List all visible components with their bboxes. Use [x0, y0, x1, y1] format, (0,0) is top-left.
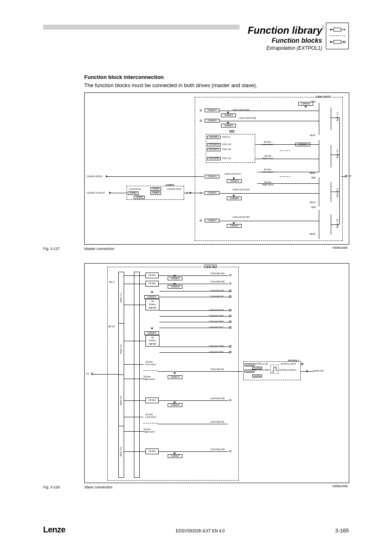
wire	[107, 176, 204, 177]
arrow-icon	[307, 370, 308, 372]
wire	[159, 291, 229, 291]
wire	[134, 272, 140, 272]
b17: CAN-IN2.B17	[209, 326, 224, 328]
bin16-2: 16 binary signals	[145, 335, 159, 347]
svg-rect-11	[270, 365, 279, 374]
conv3-out: CONV3-OUT	[167, 188, 181, 190]
wire	[331, 224, 339, 225]
conv3-in: CONV3-IN	[129, 188, 141, 190]
w3-label: CAN-OUT2.W3	[233, 188, 249, 191]
figure-master-connection: 9300kur086 CDATA-XPOS CDATA-X-NOUT CONV3…	[84, 92, 349, 245]
wire	[134, 477, 140, 478]
wire	[159, 328, 229, 328]
extpol1-title: EXTPOL1	[288, 359, 299, 362]
c0863-4: C0863/4	[144, 331, 159, 335]
c0116-32: C0116/32	[207, 157, 221, 160]
section-text: The function blocks must be connected in…	[84, 82, 257, 88]
arrow-icon	[233, 222, 235, 224]
wire	[331, 118, 339, 118]
wire	[158, 424, 228, 424]
port	[301, 363, 303, 365]
b15out: CAN-IN2.B15	[209, 314, 224, 317]
arrow-icon	[106, 175, 108, 178]
extpol-phout: EXTPOL1-PHOUT	[279, 369, 297, 371]
wire	[124, 417, 143, 417]
c0116-16: C0116/16	[207, 143, 221, 146]
bit15c: Bit15	[310, 233, 316, 235]
wire	[219, 221, 319, 221]
c0860-7: C0860/7	[205, 219, 219, 222]
byte12-s: Byte 1,2	[120, 293, 122, 302]
wire	[124, 305, 145, 305]
arrow-icon	[233, 178, 235, 179]
w4-label: CAN-OUT2.W4	[233, 216, 249, 218]
wire	[94, 374, 109, 375]
c0866-7: C0866/7	[168, 454, 182, 458]
port-circle	[200, 120, 202, 122]
c0869-2: C0869/2	[227, 179, 242, 183]
bits16-1: 16 bits	[145, 273, 159, 278]
low-word-2: 16 bits Low word	[262, 168, 273, 173]
byte34-s: Byte 3,4	[120, 345, 122, 354]
wire	[110, 193, 127, 193]
port	[229, 315, 231, 317]
c0951: C0951	[150, 192, 161, 195]
wire	[255, 144, 319, 145]
doc-id: EDSVS9332K-EXT EN 4.0	[176, 529, 225, 533]
wire	[124, 341, 145, 341]
dashed-divider	[280, 176, 290, 177]
wire	[339, 118, 340, 224]
c0860-6: C0860/6	[205, 191, 219, 195]
port	[229, 321, 231, 323]
high-s2: 16 bits High word	[143, 428, 154, 433]
cdata-xin: CDATA-XIN	[313, 370, 323, 372]
low-s2: 16 bits Low word	[145, 413, 156, 418]
wire	[124, 364, 143, 365]
label-x4-in: X4	[86, 372, 89, 375]
port-circle	[229, 282, 231, 284]
wire	[159, 297, 229, 297]
wire	[124, 284, 145, 284]
wire	[159, 275, 228, 276]
arrow-icon	[304, 106, 307, 108]
mux2	[319, 140, 331, 172]
label-cdata-x-nout: CDATA-X-NOUT	[87, 192, 105, 194]
figure-caption-1: Master connection	[84, 247, 115, 251]
arrow-icon	[173, 402, 176, 403]
c0863-3: C0863/3	[144, 295, 159, 299]
wire	[219, 111, 319, 111]
wire	[159, 310, 229, 311]
byte34: Byte 3,4	[336, 149, 339, 158]
w2-s: CAN-IN2.W2	[210, 280, 225, 283]
wire	[124, 431, 143, 432]
port-circle	[186, 192, 188, 194]
byte56: Byte 5,6	[336, 188, 339, 197]
wire	[159, 451, 228, 452]
w1-s: CAN-IN2.W1	[210, 272, 225, 275]
port-circle	[200, 109, 202, 111]
wire	[219, 193, 319, 194]
c0861-2: C0861/2	[205, 175, 219, 178]
arrow-icon	[173, 283, 176, 285]
wire	[257, 172, 319, 172]
dashed-divider	[143, 370, 158, 371]
mux-col	[134, 272, 134, 477]
wire	[118, 272, 124, 272]
wire	[159, 352, 229, 353]
mux4	[319, 210, 331, 239]
arrow-icon	[173, 275, 176, 277]
mux3	[319, 178, 331, 206]
canin2-title: CAN-IN2	[203, 265, 218, 269]
wire	[124, 275, 145, 276]
c0866-5: C0866/5	[168, 285, 182, 289]
w2-label: CAN-OUT2.W2	[239, 117, 256, 119]
fdo-title: FDO	[228, 131, 235, 133]
port-x4-in	[91, 373, 93, 375]
c0953: C0953	[134, 196, 145, 199]
c1375-1: C1375/1	[252, 375, 262, 377]
fdo-16: FDO-16	[222, 148, 231, 150]
c0868-5: C0868/5	[221, 124, 236, 127]
footer: Lenze EDSVS9332K-EXT EN 4.0 3-165	[43, 525, 349, 534]
c0867-2: C0867/2	[168, 375, 182, 379]
byte78: Byte 7,8	[336, 219, 339, 228]
